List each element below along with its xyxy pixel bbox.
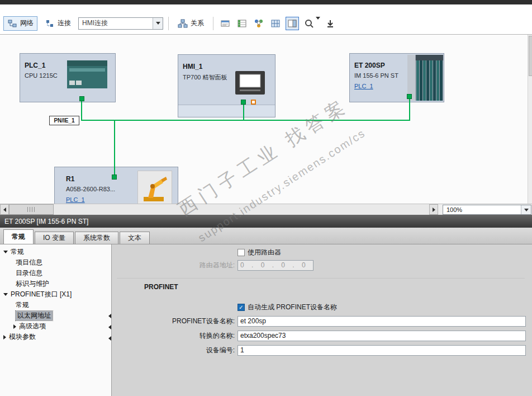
nav-item-label: PROFINET接口 [X1] xyxy=(11,290,72,299)
address-labels-icon[interactable] xyxy=(218,17,232,30)
grid-view-icon[interactable] xyxy=(269,17,282,30)
inspector-body: 常规 项目信息 目录信息 标识与维护 PROFINET接口 [X1] 常规 以太… xyxy=(0,244,532,396)
device-model: CPU 1215C xyxy=(25,72,58,79)
zoom-level-value: 100% xyxy=(446,206,462,213)
scrollbar-thumb[interactable] xyxy=(9,204,54,215)
scroll-left-button[interactable] xyxy=(0,204,9,215)
assigned-controller-link[interactable]: PLC_1 xyxy=(66,196,85,203)
device-name: R1 xyxy=(66,175,74,183)
use-router-label: 使用路由器 xyxy=(248,248,281,257)
network-canvas[interactable]: PLC_1 CPU 1215C HMI_1 TP700 精智面板 ET 200S… xyxy=(0,35,532,204)
tab-general[interactable]: 常规 xyxy=(3,229,34,244)
subnet-label[interactable]: PN/IE_1 xyxy=(49,116,79,125)
scrollbar-thumb[interactable] xyxy=(529,36,532,76)
tia-portal-network-view: 网络 连接 HMI连接 关系 xyxy=(0,0,532,396)
connection-type-value: HMI连接 xyxy=(82,18,108,28)
tab-label: IO 变量 xyxy=(43,234,65,242)
network-mode-label: 网络 xyxy=(20,18,34,28)
relations-icon xyxy=(178,18,188,29)
tab-label: 系统常数 xyxy=(83,234,110,242)
assigned-controller-link[interactable]: PLC_1 xyxy=(354,83,373,89)
highlight-subnets-icon[interactable] xyxy=(252,17,265,30)
tab-io-tags[interactable]: IO 变量 xyxy=(35,232,74,244)
tab-label: 文本 xyxy=(128,234,141,242)
network-mode-button[interactable]: 网络 xyxy=(3,16,37,31)
use-router-checkbox[interactable] xyxy=(238,249,245,256)
converted-name-field[interactable]: etxa200spec73 xyxy=(238,331,526,341)
nav-item-label: 常规 xyxy=(11,247,24,257)
device-name-label: PROFINET设备名称: xyxy=(112,316,235,327)
chevron-down-icon[interactable] xyxy=(521,205,531,214)
unassigned-port[interactable] xyxy=(251,100,256,105)
save-layout-icon[interactable] xyxy=(324,17,337,30)
chevron-down-icon[interactable] xyxy=(3,251,8,253)
splitter-collapse-icon[interactable] xyxy=(108,336,111,341)
zoom-level-dropdown[interactable]: 100% xyxy=(443,205,531,215)
chevron-down-icon[interactable] xyxy=(3,293,8,296)
scroll-right-button[interactable] xyxy=(429,204,438,215)
device-name-field[interactable]: et 200sp xyxy=(238,316,526,327)
nav-item-if-general[interactable]: 常规 xyxy=(0,300,111,310)
chevron-right-icon[interactable] xyxy=(13,324,16,329)
canvas-vertical-scrollbar[interactable] xyxy=(528,35,532,204)
chevron-down-icon[interactable] xyxy=(153,18,163,29)
nav-item-label: 项目信息 xyxy=(16,258,42,267)
ethernet-port[interactable] xyxy=(79,96,84,101)
split-pane-icon[interactable] xyxy=(286,17,299,30)
et-drop-line xyxy=(409,98,410,121)
ethernet-address-form: 使用路由器 路由器地址: 0 . 0 . 0 . 0 PROFINET 自动生成… xyxy=(112,244,532,396)
robot-drop-line xyxy=(114,120,115,178)
auto-generate-label: 自动生成 PROFINET设备名称 xyxy=(248,303,337,312)
device-et200sp[interactable]: ET 200SP IM 155-6 PN ST PLC_1 xyxy=(349,53,444,102)
nav-item-profinet-interface[interactable]: PROFINET接口 [X1] xyxy=(0,289,111,300)
property-nav-tree: 常规 项目信息 目录信息 标识与维护 PROFINET接口 [X1] 常规 以太… xyxy=(0,244,112,396)
nav-item-label: 常规 xyxy=(16,300,29,310)
device-hmi[interactable]: HMI_1 TP700 精智面板 xyxy=(178,54,276,117)
window-top-strip xyxy=(0,0,532,4)
group-separator xyxy=(117,278,525,279)
device-model: IM 155-6 PN ST xyxy=(354,72,398,79)
robot-device-image xyxy=(137,171,172,204)
nav-item-label-selected: 以太网地址 xyxy=(16,311,53,320)
nav-item-module-parameters[interactable]: 模块参数 xyxy=(0,332,111,342)
ethernet-port[interactable] xyxy=(407,94,412,99)
plc-drop-line xyxy=(81,101,82,121)
hmi-device-image xyxy=(235,71,265,95)
hmi-drop-line xyxy=(243,104,244,121)
splitter-collapse-icon[interactable] xyxy=(108,314,111,318)
connections-mode-label: 连接 xyxy=(58,18,71,28)
profinet-section-header: PROFINET xyxy=(144,283,178,291)
nav-item-ethernet-addresses[interactable]: 以太网地址 xyxy=(0,310,111,321)
tab-label: 常规 xyxy=(12,233,25,241)
nav-item-project-info[interactable]: 项目信息 xyxy=(0,257,111,268)
table-overview-icon[interactable] xyxy=(235,17,249,30)
ethernet-port[interactable] xyxy=(241,100,246,105)
device-name: PLC_1 xyxy=(25,62,45,69)
scrollbar-track[interactable] xyxy=(9,204,429,215)
device-model: A05B-2600-R83... xyxy=(66,186,115,192)
inspector-title-bar: ET 200SP [IM 155-6 PN ST] xyxy=(0,215,532,228)
zoom-chevron-icon[interactable] xyxy=(316,20,320,27)
tab-system-constants[interactable]: 系统常数 xyxy=(75,232,118,244)
inspector-tabs: 常规 IO 变量 系统常数 文本 xyxy=(0,228,532,244)
nav-item-general[interactable]: 常规 xyxy=(0,247,111,257)
nav-item-advanced-options[interactable]: 高级选项 xyxy=(0,321,111,332)
splitter-collapse-icon[interactable] xyxy=(108,325,111,329)
router-address-field[interactable]: 0 . 0 . 0 . 0 xyxy=(238,260,314,271)
nav-item-ident-maintenance[interactable]: 标识与维护 xyxy=(0,279,111,289)
zoom-icon[interactable] xyxy=(302,17,316,30)
connections-mode-button[interactable]: 连接 xyxy=(41,16,75,31)
device-robot[interactable]: R1 A05B-2600-R83... PLC_1 xyxy=(54,167,178,204)
chevron-right-icon[interactable] xyxy=(3,335,6,340)
ethernet-port[interactable] xyxy=(112,175,117,180)
tab-texts[interactable]: 文本 xyxy=(120,232,150,244)
device-number-field[interactable]: 1 xyxy=(238,345,526,356)
auto-generate-checkbox[interactable] xyxy=(238,304,245,311)
device-plc[interactable]: PLC_1 CPU 1215C xyxy=(20,53,116,102)
nav-item-catalog-info[interactable]: 目录信息 xyxy=(0,268,111,279)
converted-name-label: 转换的名称: xyxy=(112,331,235,341)
router-address-label: 路由器地址: xyxy=(112,260,235,271)
relations-button[interactable]: 关系 xyxy=(174,16,208,31)
connection-type-dropdown[interactable]: HMI连接 xyxy=(78,17,163,30)
thumb-grip-icon xyxy=(27,207,35,212)
